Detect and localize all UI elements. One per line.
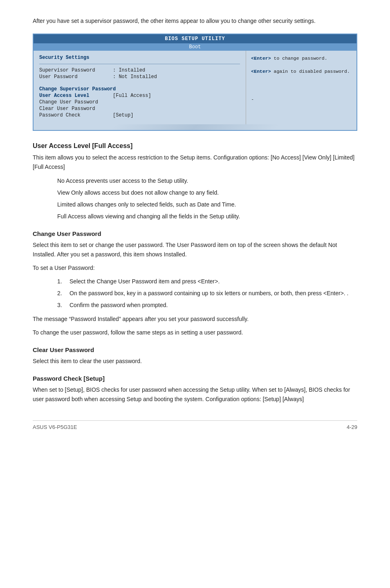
bios-change-user-password-label: Change User Password (39, 99, 113, 105)
bios-hint1: <Enter> to change password. (251, 55, 352, 62)
step-3-text: Confirm the password when prompted. (69, 301, 168, 310)
bios-supervisor-value: : Installed (113, 67, 145, 73)
step-3: 3. Confirm the password when prompted. (57, 301, 357, 310)
step-1-num: 1. (57, 277, 69, 286)
bios-password-check-label: Password Check (39, 112, 113, 118)
bios-user-password-label: User Password (39, 74, 113, 80)
bios-section-title: Security Settings (39, 55, 240, 61)
change-password-body4: To change the user password, follow the … (33, 328, 357, 337)
intro-paragraph: After you have set a supervisor password… (33, 16, 357, 25)
bios-user-password-row: User Password : Not Installed (39, 74, 240, 80)
bios-password-check-row: Password Check [Setup] (39, 112, 240, 118)
bios-screenshot: BIOS SETUP UTILITY Boot Security Setting… (33, 34, 357, 131)
change-password-body3: The message “Password Installed” appears… (33, 314, 357, 324)
no-access-item: No Access prevents user access to the Se… (57, 176, 357, 186)
page-footer: ASUS V6-P5G31E 4-29 (33, 420, 357, 430)
step-1: 1. Select the Change User Password item … (57, 277, 357, 286)
bios-clear-user-password-row: Clear User Password (39, 106, 240, 112)
step-1-text: Select the Change User Password item and… (69, 277, 220, 286)
step-3-num: 3. (57, 301, 69, 310)
bios-wave-decoration (34, 124, 356, 130)
bios-title-bar: BIOS SETUP UTILITY (34, 34, 356, 43)
footer-model: ASUS V6-P5G31E (33, 424, 77, 430)
view-only-item: View Only allows access but does not all… (57, 188, 357, 197)
bios-user-access-label: User Access Level (39, 93, 113, 99)
change-password-steps: 1. Select the Change User Password item … (57, 277, 357, 310)
full-access-item: Full Access allows viewing and changing … (57, 212, 357, 221)
bios-separator (39, 64, 240, 64)
change-password-body2: To set a User Password: (33, 263, 357, 273)
step-2-num: 2. (57, 289, 69, 298)
user-access-body: This item allows you to select the acces… (33, 153, 357, 172)
bios-supervisor-label: Supervisor Password (39, 67, 113, 73)
bios-hint2: <Enter> again to disabled password. (251, 68, 352, 75)
step-2-text: On the password box, key in a password c… (69, 289, 348, 298)
bios-right-panel: <Enter> to change password. <Enter> agai… (246, 51, 356, 124)
bios-footer-dash: - (251, 97, 352, 102)
bios-hint2-key: <Enter> (251, 69, 271, 74)
password-check-heading: Password Check [Setup] (33, 375, 357, 382)
bios-title-text: BIOS SETUP UTILITY (34, 36, 356, 42)
bios-left-panel: Security Settings Supervisor Password : … (34, 51, 246, 124)
change-password-heading: Change User Password (33, 230, 357, 237)
bios-change-user-password-row: Change User Password (39, 99, 240, 105)
bios-user-access-value: [Full Access] (113, 93, 151, 99)
bios-active-tab: Boot (189, 44, 201, 50)
bios-tab-bar: Boot (34, 43, 356, 51)
clear-password-body: Select this item to clear the user passw… (33, 357, 357, 366)
user-access-heading: User Access Level [Full Access] (33, 142, 357, 150)
bios-supervisor-row: Supervisor Password : Installed (39, 67, 240, 73)
bios-user-access-row: User Access Level [Full Access] (39, 93, 240, 99)
step-2: 2. On the password box, key in a passwor… (57, 289, 357, 298)
password-check-body: When set to [Setup], BIOS checks for use… (33, 385, 357, 404)
bios-clear-user-password-label: Clear User Password (39, 106, 113, 112)
footer-page: 4-29 (347, 424, 357, 430)
bios-user-password-value: : Not Installed (113, 74, 157, 80)
bios-body: Security Settings Supervisor Password : … (34, 51, 356, 124)
bios-hint1-key: <Enter> (251, 56, 271, 61)
bios-change-supervisor: Change Supervisor Password (39, 86, 240, 92)
change-password-body1: Select this item to set or change the us… (33, 240, 357, 259)
clear-password-heading: Clear User Password (33, 346, 357, 353)
bios-password-check-value: [Setup] (113, 112, 133, 118)
limited-item: Limited allows changes only to selected … (57, 200, 357, 209)
